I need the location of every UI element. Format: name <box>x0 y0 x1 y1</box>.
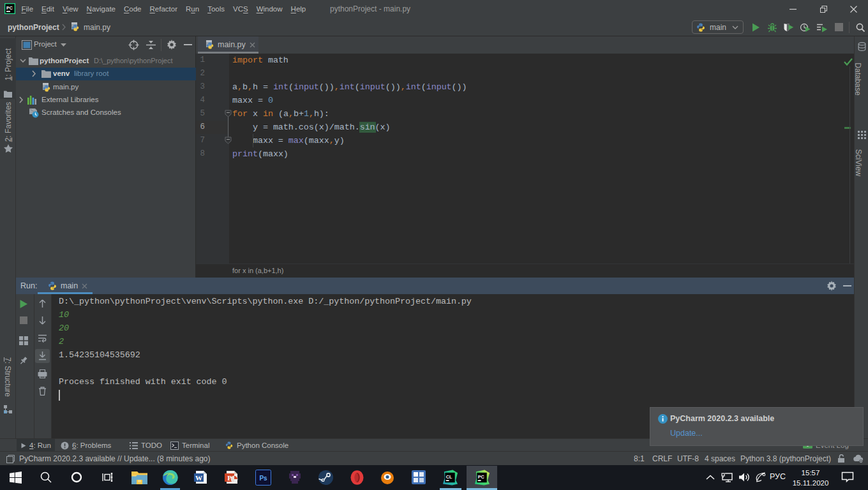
svg-text:W: W <box>195 474 202 482</box>
svg-text:Ps: Ps <box>259 474 267 481</box>
svg-text:PC: PC <box>6 6 13 10</box>
svg-text:PC: PC <box>478 473 485 479</box>
svg-text:CL: CL <box>446 473 453 479</box>
